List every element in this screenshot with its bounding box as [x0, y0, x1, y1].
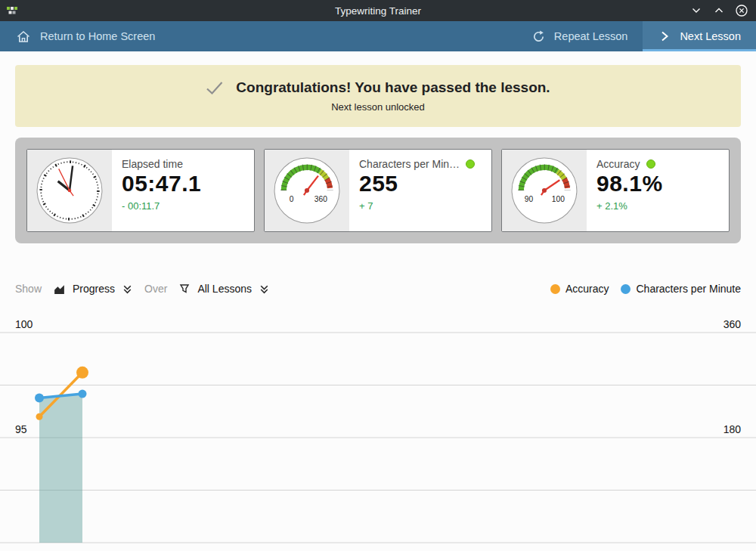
cpm-card: 0 360 Characters per Min… 255 + 7 [264, 149, 492, 232]
repeat-lesson-button[interactable]: Repeat Lesson [516, 21, 643, 51]
window-controls [689, 4, 756, 17]
chevron-down-icon [689, 4, 703, 17]
accuracy-legend-label: Accuracy [565, 283, 609, 295]
elapsed-time-card: Elapsed time 05:47.1 - 00:11.7 [26, 149, 255, 232]
cpm-legend-label: Characters per Minute [636, 283, 741, 295]
cpm-label: Characters per Min… [359, 158, 460, 170]
accuracy-gauge-max: 100 [552, 195, 565, 203]
right-axis-tick-180: 180 [723, 423, 741, 435]
elapsed-gauge-panel [27, 150, 112, 231]
left-axis-tick-100: 100 [15, 318, 33, 330]
app-icon[interactable] [6, 5, 18, 17]
show-label: Show [15, 283, 42, 295]
right-axis-tick-360: 360 [723, 318, 741, 330]
congratulations-banner: Congratulations! You have passed the les… [15, 65, 741, 127]
next-lesson-button[interactable]: Next Lesson [643, 21, 756, 51]
banner-title-row: Congratulations! You have passed the les… [206, 79, 550, 96]
next-arrow-icon [658, 29, 671, 43]
accuracy-label: Accuracy [596, 158, 640, 170]
repeat-lesson-label: Repeat Lesson [554, 30, 628, 42]
filter-row: Show Progress Over All Lessons Accuracy … [15, 278, 741, 299]
repeat-icon [531, 29, 546, 44]
accuracy-card: 90 100 Accuracy 98.1% + 2.1% [501, 149, 730, 232]
next-lesson-label: Next Lesson [680, 30, 741, 42]
filter-funnel-icon [178, 283, 191, 295]
titlebar: Typewriting Trainer [0, 0, 756, 21]
over-label: Over [144, 283, 167, 295]
app-logo-icon [6, 5, 18, 17]
cpm-card-body: Characters per Min… 255 + 7 [349, 150, 491, 231]
chart-icon [53, 283, 66, 296]
window-title: Typewriting Trainer [0, 5, 756, 17]
home-icon [15, 28, 32, 45]
accuracy-delta: + 2.1% [596, 200, 719, 212]
elapsed-card-body: Elapsed time 05:47.1 - 00:11.7 [112, 150, 254, 231]
cpm-delta: + 7 [359, 200, 482, 212]
speed-gauge-icon: 0 360 [272, 156, 342, 225]
elapsed-time-label: Elapsed time [122, 158, 183, 170]
accuracy-value: 98.1% [596, 171, 719, 197]
accuracy-status-dot [646, 159, 655, 169]
left-axis-tick-95: 95 [15, 423, 27, 435]
accuracy-legend-dot [550, 284, 560, 294]
home-button-label: Return to Home Screen [40, 30, 155, 42]
progress-chart-canvas [0, 317, 756, 551]
cpm-gauge-panel: 0 360 [265, 150, 349, 231]
elapsed-time-value: 05:47.1 [122, 171, 244, 197]
cpm-status-dot [466, 159, 475, 169]
accuracy-gauge-icon: 90 100 [510, 156, 579, 225]
stats-panel: Elapsed time 05:47.1 - 00:11.7 0 360 [15, 138, 741, 243]
accuracy-gauge-min: 90 [525, 195, 534, 203]
toolbar: Return to Home Screen Repeat Lesson Next… [0, 21, 756, 51]
chart-legend: Accuracy Characters per Minute [550, 283, 741, 295]
chevron-up-icon [712, 4, 726, 17]
elapsed-time-delta: - 00:11.7 [122, 200, 244, 212]
legend-cpm: Characters per Minute [621, 283, 741, 295]
cpm-gauge-min: 0 [290, 195, 294, 203]
progress-chart: 100 95 360 180 [0, 317, 756, 551]
double-chevron-down-icon [259, 283, 270, 295]
progress-selector[interactable]: Progress [53, 283, 133, 296]
close-button[interactable] [735, 4, 748, 17]
toolbar-spacer [170, 21, 516, 51]
legend-accuracy: Accuracy [550, 283, 609, 295]
accuracy-gauge-panel: 90 100 [502, 150, 587, 231]
lessons-selector[interactable]: All Lessons [178, 283, 270, 295]
cpm-gauge-max: 360 [314, 195, 327, 203]
checkmark-icon [206, 81, 224, 95]
clock-icon [35, 156, 104, 225]
close-icon [735, 4, 748, 17]
banner-subtitle: Next lesson unlocked [331, 101, 425, 113]
progress-selector-value: Progress [73, 283, 115, 295]
cpm-legend-dot [621, 284, 631, 294]
lessons-selector-value: All Lessons [197, 283, 252, 295]
home-button[interactable]: Return to Home Screen [0, 21, 170, 51]
cpm-value: 255 [359, 171, 482, 197]
accuracy-card-body: Accuracy 98.1% + 2.1% [587, 150, 729, 231]
maximize-button[interactable] [712, 4, 726, 17]
minimize-button[interactable] [689, 4, 703, 17]
banner-title: Congratulations! You have passed the les… [236, 79, 550, 96]
double-chevron-down-icon [122, 283, 133, 295]
